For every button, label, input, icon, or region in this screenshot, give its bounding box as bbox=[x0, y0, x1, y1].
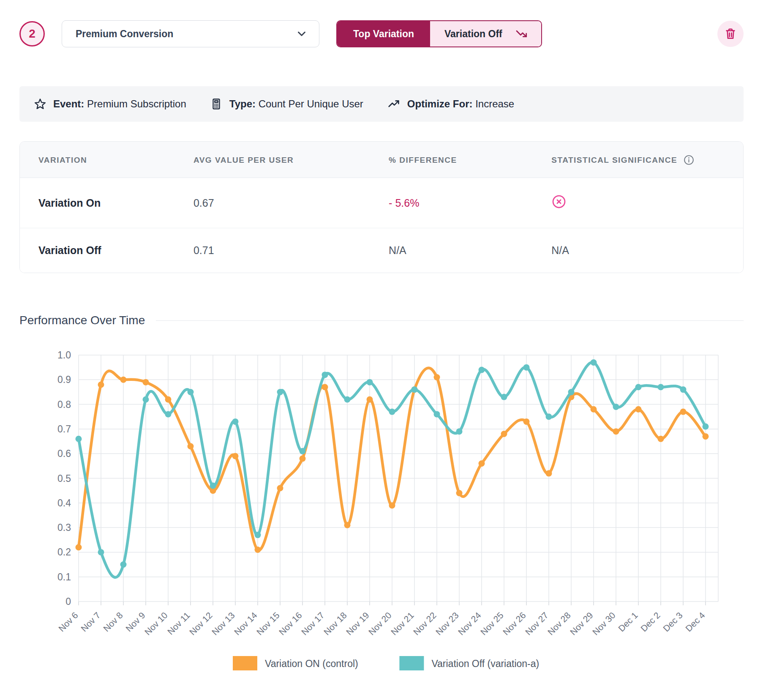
svg-text:Nov 28: Nov 28 bbox=[546, 610, 572, 637]
chart-legend: Variation ON (control)Variation Off (var… bbox=[233, 656, 539, 670]
delete-metric-button[interactable] bbox=[717, 21, 744, 47]
significance-cell bbox=[551, 194, 743, 212]
svg-text:0.4: 0.4 bbox=[57, 498, 71, 509]
svg-text:0.3: 0.3 bbox=[57, 522, 71, 533]
event-info: Event: Premium Subscription bbox=[34, 98, 186, 110]
optimize-info: Optimize For: Increase bbox=[387, 97, 514, 111]
table-row: Variation On0.67- 5.6% bbox=[20, 178, 743, 228]
significance-value: N/A bbox=[551, 244, 569, 256]
svg-text:0: 0 bbox=[65, 596, 71, 607]
svg-text:Dec 2: Dec 2 bbox=[639, 610, 662, 634]
top-variation-label: Top Variation bbox=[353, 28, 414, 40]
svg-text:Nov 19: Nov 19 bbox=[344, 610, 371, 637]
svg-text:Nov 22: Nov 22 bbox=[411, 610, 438, 637]
col-header-significance: Statistical Significance bbox=[551, 154, 743, 166]
event-value: Premium Subscription bbox=[87, 98, 186, 109]
trending-up-icon bbox=[387, 97, 401, 111]
svg-text:0.6: 0.6 bbox=[57, 448, 71, 459]
star-icon bbox=[34, 98, 46, 110]
performance-over-time-chart[interactable]: 00.10.20.30.40.50.60.70.80.91.0Nov 6Nov … bbox=[19, 342, 744, 682]
type-value: Count Per Unique User bbox=[259, 98, 363, 109]
svg-text:Nov 8: Nov 8 bbox=[101, 610, 125, 634]
optimize-text: Optimize For: Increase bbox=[407, 98, 514, 110]
svg-text:0.7: 0.7 bbox=[57, 424, 71, 435]
performance-section-header: Performance Over Time bbox=[19, 314, 744, 327]
svg-text:Nov 11: Nov 11 bbox=[166, 610, 192, 637]
significance-cell: N/A bbox=[551, 244, 743, 257]
table-body: Variation On0.67- 5.6%Variation Off0.71N… bbox=[20, 178, 743, 273]
variation-results-table: Variation Avg Value Per User % Differenc… bbox=[19, 141, 744, 273]
legend-item-variation-on[interactable]: Variation ON (control) bbox=[233, 656, 358, 670]
svg-text:Nov 30: Nov 30 bbox=[591, 610, 617, 637]
info-icon[interactable] bbox=[683, 154, 695, 166]
metric-dropdown-value: Premium Conversion bbox=[76, 28, 173, 40]
col-header-variation: Variation bbox=[20, 154, 193, 166]
optimize-label: Optimize For: bbox=[407, 98, 473, 109]
difference-cell: - 5.6% bbox=[389, 197, 551, 209]
svg-text:0.8: 0.8 bbox=[57, 399, 71, 410]
table-row: Variation Off0.71N/AN/A bbox=[20, 228, 743, 273]
avg-value-cell: 0.71 bbox=[193, 244, 389, 257]
svg-text:Dec 1: Dec 1 bbox=[616, 610, 640, 634]
svg-text:Nov 26: Nov 26 bbox=[501, 610, 528, 637]
trending-down-icon bbox=[515, 27, 529, 41]
svg-text:Dec 3: Dec 3 bbox=[661, 610, 684, 634]
legend-item-variation-off[interactable]: Variation Off (variation-a) bbox=[399, 656, 539, 670]
svg-text:Nov 18: Nov 18 bbox=[322, 610, 349, 637]
top-variation-value: Variation Off bbox=[444, 28, 502, 40]
col-header-avg-value: Avg Value Per User bbox=[193, 154, 389, 166]
svg-text:0.1: 0.1 bbox=[57, 571, 71, 582]
metric-info-bar: Event: Premium Subscription Type: Count … bbox=[19, 86, 744, 122]
svg-text:Nov 6: Nov 6 bbox=[57, 610, 80, 634]
metric-dropdown[interactable]: Premium Conversion bbox=[62, 20, 319, 47]
svg-text:Nov 14: Nov 14 bbox=[232, 610, 259, 637]
svg-text:Nov 16: Nov 16 bbox=[277, 610, 304, 637]
y-axis-labels: 00.10.20.30.40.50.60.70.80.91.0 bbox=[57, 350, 71, 607]
col-header-significance-label: Statistical Significance bbox=[551, 156, 677, 165]
section-title: Performance Over Time bbox=[19, 314, 145, 327]
svg-text:Nov 29: Nov 29 bbox=[568, 610, 595, 637]
type-label: Type: bbox=[229, 98, 256, 109]
trash-icon bbox=[724, 27, 737, 41]
svg-text:Nov 21: Nov 21 bbox=[389, 610, 416, 637]
svg-text:Nov 24: Nov 24 bbox=[456, 610, 483, 637]
optimize-value: Increase bbox=[475, 98, 514, 109]
svg-text:Nov 13: Nov 13 bbox=[210, 610, 237, 637]
svg-text:0.9: 0.9 bbox=[57, 374, 71, 385]
svg-text:0.5: 0.5 bbox=[57, 473, 71, 484]
not-significant-x-circle-icon bbox=[551, 194, 567, 209]
avg-value-cell: 0.67 bbox=[193, 197, 389, 209]
svg-text:Nov 20: Nov 20 bbox=[367, 610, 393, 637]
svg-text:Dec 4: Dec 4 bbox=[684, 610, 707, 633]
chevron-down-icon bbox=[295, 27, 308, 40]
variation-name-cell: Variation On bbox=[20, 197, 193, 209]
experiment-metric-panel: 2 Premium Conversion Top Variation Varia… bbox=[0, 20, 763, 682]
svg-text:Nov 15: Nov 15 bbox=[255, 610, 281, 637]
difference-cell: N/A bbox=[389, 244, 551, 257]
event-label: Event: bbox=[53, 98, 84, 109]
svg-text:Variation Off (variation-a): Variation Off (variation-a) bbox=[431, 658, 539, 669]
svg-text:1.0: 1.0 bbox=[57, 350, 71, 361]
top-variation-toggle: Top Variation Variation Off bbox=[336, 20, 542, 47]
step-number-badge: 2 bbox=[19, 21, 45, 46]
svg-text:Variation ON (control): Variation ON (control) bbox=[265, 658, 358, 669]
svg-text:0.2: 0.2 bbox=[57, 547, 71, 558]
top-variation-value-button[interactable]: Variation Off bbox=[430, 21, 541, 46]
svg-text:Nov 7: Nov 7 bbox=[79, 610, 102, 634]
top-variation-label-button[interactable]: Top Variation bbox=[337, 21, 430, 46]
col-header-difference: % Difference bbox=[389, 154, 551, 166]
table-header-row: Variation Avg Value Per User % Differenc… bbox=[20, 142, 743, 178]
section-divider bbox=[156, 320, 744, 321]
svg-text:Nov 27: Nov 27 bbox=[523, 610, 550, 637]
event-text: Event: Premium Subscription bbox=[53, 98, 186, 110]
type-info: Type: Count Per Unique User bbox=[210, 98, 363, 110]
svg-text:Nov 25: Nov 25 bbox=[479, 610, 505, 637]
type-text: Type: Count Per Unique User bbox=[229, 98, 363, 110]
svg-text:Nov 10: Nov 10 bbox=[143, 610, 169, 637]
variation-name-cell: Variation Off bbox=[20, 244, 193, 257]
svg-text:Nov 12: Nov 12 bbox=[188, 610, 214, 637]
calculator-icon bbox=[210, 98, 223, 110]
svg-text:Nov 17: Nov 17 bbox=[300, 610, 326, 637]
svg-text:Nov 23: Nov 23 bbox=[434, 610, 461, 637]
step-number: 2 bbox=[29, 27, 35, 41]
